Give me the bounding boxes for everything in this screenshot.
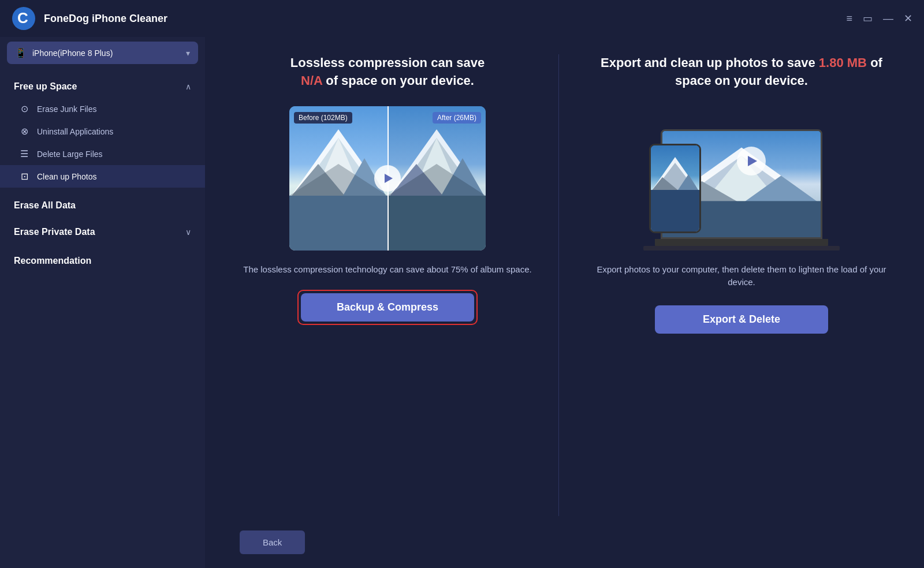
free-up-space-title: Free up Space [14, 81, 77, 92]
sidebar-item-delete-large-files[interactable]: ☰ Delete Large Files [0, 143, 205, 165]
device-icon: 📱 [15, 47, 27, 58]
svg-text:C: C [17, 9, 28, 27]
compress-heading: Lossless compression can save N/A of spa… [290, 54, 485, 90]
compare-after-panel [388, 106, 486, 251]
backup-compress-border: Backup & Compress [297, 290, 478, 325]
sidebar: 📱 iPhone(iPhone 8 Plus) ▾ Free up Space … [0, 37, 205, 568]
svg-rect-8 [289, 196, 388, 251]
play-button-right[interactable] [737, 147, 766, 175]
compress-description: The lossless compression technology can … [243, 263, 531, 276]
menu-icon[interactable]: ≡ [846, 13, 852, 24]
panel-compress: Lossless compression can save N/A of spa… [240, 54, 559, 516]
sidebar-item-label: Delete Large Files [37, 150, 103, 159]
title-bar-controls: ≡ ▭ — ✕ [846, 13, 912, 24]
sidebar-item-erase-junk-files[interactable]: ⊙ Erase Junk Files [0, 98, 205, 120]
sidebar-item-label: Erase Junk Files [37, 104, 96, 114]
play-triangle-right-icon [748, 156, 757, 166]
back-button[interactable]: Back [240, 530, 305, 554]
export-delete-button[interactable]: Export & Delete [655, 305, 828, 334]
nav-section-free-up-space: Free up Space ∧ ⊙ Erase Junk Files ⊗ Uni… [0, 73, 205, 192]
phone-screen [651, 145, 699, 231]
compare-label-before: Before (102MB) [294, 112, 352, 124]
export-highlight: 1.80 MB [819, 55, 867, 70]
app-logo-icon: C [12, 6, 36, 31]
play-button[interactable] [374, 165, 401, 192]
nav-section-header-erase-private-data[interactable]: Erase Private Data ∨ [0, 219, 205, 243]
main-layout: 📱 iPhone(iPhone 8 Plus) ▾ Free up Space … [0, 37, 924, 568]
device-name: iPhone(iPhone 8 Plus) [32, 48, 113, 58]
content-area: Lossless compression can save N/A of spa… [205, 37, 924, 568]
device-display [643, 106, 840, 251]
svg-rect-30 [651, 190, 699, 231]
title-bar: C FoneDog iPhone Cleaner ≡ ▭ — ✕ [0, 0, 924, 37]
sidebar-item-recommendation[interactable]: Recommendation [0, 248, 205, 274]
device-selector[interactable]: 📱 iPhone(iPhone 8 Plus) ▾ [7, 42, 198, 64]
phone-device-icon [649, 144, 701, 233]
content-panels: Lossless compression can save N/A of spa… [205, 37, 924, 516]
sidebar-item-label: Uninstall Applications [37, 127, 113, 136]
panel-export: Export and clean up photos to save 1.80 … [559, 54, 889, 516]
nav-section-header-free-up-space[interactable]: Free up Space ∧ [0, 73, 205, 98]
close-icon[interactable]: ✕ [904, 13, 912, 24]
svg-rect-16 [388, 196, 486, 251]
laptop-foot [643, 246, 840, 251]
clock-icon: ⊙ [18, 103, 30, 114]
files-icon: ☰ [18, 148, 30, 159]
chat-icon[interactable]: ▭ [863, 13, 873, 24]
free-up-space-chevron-icon: ∧ [185, 82, 191, 91]
compare-label-after: After (26MB) [433, 112, 481, 124]
compress-highlight: N/A [301, 73, 322, 88]
compare-before-panel [289, 106, 388, 251]
backup-compress-button[interactable]: Backup & Compress [301, 293, 474, 322]
minimize-icon[interactable]: — [883, 13, 893, 24]
app-title: FoneDog iPhone Cleaner [44, 13, 167, 25]
erase-private-data-title: Erase Private Data [14, 227, 95, 237]
erase-private-data-chevron-icon: ∨ [185, 227, 191, 237]
play-triangle-icon [385, 174, 393, 183]
export-heading: Export and clean up photos to save 1.80 … [594, 54, 889, 90]
title-bar-left: C FoneDog iPhone Cleaner [12, 6, 167, 31]
photos-icon: ⊡ [18, 171, 30, 182]
sidebar-item-clean-up-photos[interactable]: ⊡ Clean up Photos [0, 165, 205, 188]
sidebar-item-erase-all-data[interactable]: Erase All Data [0, 192, 205, 219]
device-chevron-icon: ▾ [186, 48, 190, 58]
sidebar-item-label: Clean up Photos [37, 172, 97, 181]
uninstall-icon: ⊗ [18, 126, 30, 137]
nav-section-erase-private-data: Erase Private Data ∨ [0, 219, 205, 248]
sidebar-item-uninstall-applications[interactable]: ⊗ Uninstall Applications [0, 120, 205, 143]
bottom-bar: Back [205, 516, 924, 568]
image-compare: Before (102MB) After (26MB) [289, 106, 486, 251]
export-description: Export photos to your computer, then del… [594, 263, 889, 289]
